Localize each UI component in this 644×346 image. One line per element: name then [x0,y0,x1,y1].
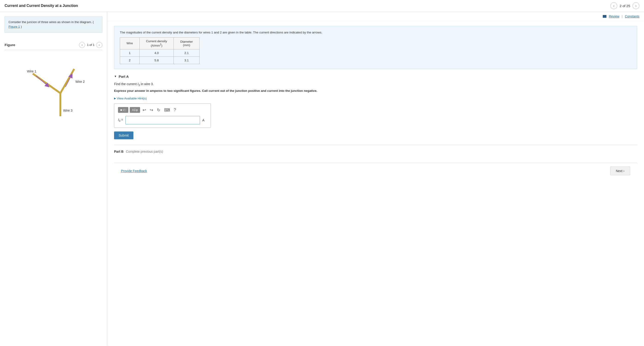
next-nav-button[interactable]: › [632,2,640,9]
answer-input[interactable] [125,116,200,124]
header: Current and Current Density at a Junctio… [0,0,644,12]
wire1-label: Wire 1 [27,69,36,73]
problem-text-box: Consider the juncion of three wires as s… [4,16,102,33]
review-icon [603,15,606,18]
top-separator: | [622,15,622,18]
hint-label: View Available Hint(s) [117,97,147,100]
answer-box: ■ √□ ΑΣφ ↩ ↪ ↻ ⌨ ? I3 = [114,103,211,128]
reset-button[interactable]: ↻ [156,107,162,113]
top-bar: Review | Constants [107,12,644,21]
part-a-question: Find the current I3 in wire 3. [114,82,637,87]
footer: Provide Feedback Next › [114,163,637,179]
table-cell-diameter: 2.1 [174,49,200,57]
table-header-wire: Wire [120,38,140,49]
wire-diagram: Wire 1 Wire 2 Wire 3 [4,53,102,117]
table-cell-diameter: 3.1 [174,57,200,64]
figure-section: Figure ‹ 1 of 1 › [4,42,102,118]
problem-content: The magnitudes of the current density an… [107,21,644,184]
wire3-label: Wire 3 [63,109,72,112]
figure-nav: ‹ 1 of 1 › [79,42,102,48]
table-row: 14.02.1 [120,49,200,57]
hint-arrow-icon: ▶ [114,97,116,100]
right-panel: Review | Constants The magnitudes of the… [107,12,644,346]
figure-header: Figure ‹ 1 of 1 › [4,42,102,50]
figure-counter: 1 of 1 [87,43,94,47]
table-cell-wire: 1 [120,49,140,57]
problem-text: Consider the juncion of three wires as s… [8,20,94,24]
constants-link[interactable]: Constants [625,15,640,18]
help-button[interactable]: ? [172,107,177,113]
figure-prev-button[interactable]: ‹ [79,42,85,48]
greek-button[interactable]: ΑΣφ [130,107,140,113]
table-cell-current_density: 5.8 [140,57,174,64]
divider [114,145,637,145]
review-link[interactable]: Review [609,15,619,18]
toolbar: ■ √□ ΑΣφ ↩ ↪ ↻ ⌨ ? [118,107,207,113]
part-b-text: Complete previous part(s) [126,150,163,153]
table-cell-wire: 2 [120,57,140,64]
part-a-title: Part A [119,75,129,78]
svg-line-2 [60,69,74,93]
main-layout: Consider the juncion of three wires as s… [0,12,644,346]
table-header-diameter: Diameter(mm) [174,38,200,49]
problem-close: ) [21,25,22,28]
page-title: Current and Current Density at a Junctio… [4,4,78,8]
part-b-section: Part B Complete previous part(s) [114,150,637,153]
submit-button[interactable]: Submit [114,131,134,139]
answer-label: I3 = [118,118,123,122]
table-header-current-density: Current density(A/mm2) [140,38,174,49]
svg-line-3 [36,76,48,86]
table-row: 25.83.1 [120,57,200,64]
part-a-section: ▼ Part A Find the current I3 in wire 3. … [114,75,637,139]
header-navigation: ‹ 2 of 25 › [610,2,640,9]
left-panel: Consider the juncion of three wires as s… [0,12,107,346]
part-a-header[interactable]: ▼ Part A [114,75,637,78]
figure-link[interactable]: Figure 1 [8,25,20,28]
redo-button[interactable]: ↪ [148,107,154,113]
formula-sqrt: √□ [122,108,126,112]
data-table: Wire Current density(A/mm2) Diameter(mm)… [120,37,200,64]
info-box: The magnitudes of the current density an… [114,26,637,69]
part-a-instruction: Express your answer in amperes to two si… [114,89,637,93]
wire2-label: Wire 2 [75,80,85,84]
formula-button[interactable]: ■ √□ [118,107,128,113]
figure-next-button[interactable]: › [96,42,102,48]
figure-title: Figure [4,43,15,47]
prev-nav-button[interactable]: ‹ [610,2,617,9]
part-b-label: Part B [114,150,124,153]
answer-row: I3 = A [118,116,207,124]
next-button[interactable]: Next › [610,166,630,175]
page-indicator: 2 of 25 [620,4,630,8]
hint-link[interactable]: ▶ View Available Hint(s) [114,97,637,100]
keyboard-button[interactable]: ⌨ [163,107,171,113]
greek-label: ΑΣφ [132,108,138,112]
part-a-arrow: ▼ [114,75,117,78]
formula-icon: ■ [120,108,122,112]
undo-button[interactable]: ↩ [142,107,147,113]
answer-unit: A [202,118,207,122]
info-description: The magnitudes of the current density an… [120,31,631,34]
feedback-link[interactable]: Provide Feedback [121,169,147,173]
table-cell-current_density: 4.0 [140,49,174,57]
